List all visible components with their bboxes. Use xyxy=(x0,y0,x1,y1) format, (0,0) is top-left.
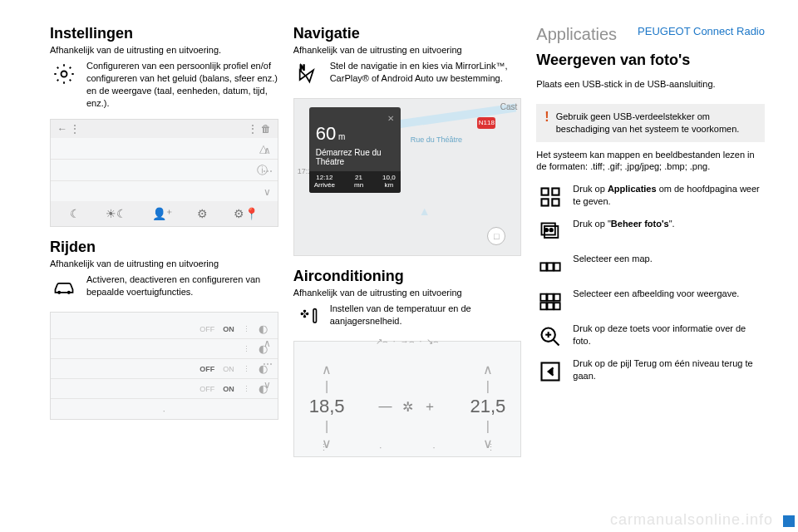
fan-thermo-icon xyxy=(293,303,322,331)
driving-desc: Activeren, deactiveren en configureren v… xyxy=(86,273,278,298)
step-photo-info: Druk op deze toets voor informatie over … xyxy=(573,323,765,347)
magnify-info-icon xyxy=(536,323,564,351)
svg-rect-8 xyxy=(553,200,559,206)
nav-subtitle: Afhankelijk van de uitrusting en uitvoer… xyxy=(293,45,522,55)
folder-row-icon xyxy=(536,253,564,281)
settings-panel: ← ⋮⋮ 🗑 △ ⓘ ∧⋯∨ ☾ ☀☾ 👤⁺ ⚙ ⚙📍 xyxy=(50,119,278,227)
svg-rect-5 xyxy=(542,189,549,195)
svg-rect-17 xyxy=(548,294,554,301)
ac-panel: ↗⌢·→⌢·↘⌢ ∧|18,5|∨ —✲＋ ∧|21,5|∨ ⋮··⋮ xyxy=(293,341,522,457)
user-add-icon: 👤⁺ xyxy=(152,207,172,220)
svg-point-11 xyxy=(545,229,549,232)
ac-desc: Instellen van de temperatuur en de aanja… xyxy=(330,303,522,328)
car-icon xyxy=(50,273,78,302)
ac-temp-left: 18,5 xyxy=(309,396,345,417)
nav-road-label: Rue du Théâtre xyxy=(411,135,462,144)
gear-icon xyxy=(50,60,78,88)
svg-rect-19 xyxy=(541,303,547,309)
step-select-folder: Selecteer een map. xyxy=(573,253,652,265)
svg-rect-16 xyxy=(541,294,547,301)
photos-stack-icon xyxy=(536,218,564,246)
heading-photos: Weergeven van foto's xyxy=(536,52,765,69)
page: Instellingen Afhankelijk van de uitrusti… xyxy=(0,0,798,532)
column-settings-driving: Instellingen Afhankelijk van de uitrusti… xyxy=(50,25,278,532)
svg-rect-7 xyxy=(542,200,549,206)
svg-rect-13 xyxy=(541,264,547,271)
svg-rect-14 xyxy=(548,264,554,271)
step-select-image: Selecteer een afbeelding voor weergave. xyxy=(573,288,739,300)
step-apps: Druk op Applicaties om de hoofdpagina we… xyxy=(573,183,765,208)
nav-road-pin: N118 xyxy=(477,117,495,129)
column-nav-ac: Navigatie Afhankelijk van de uitrusting … xyxy=(293,25,522,532)
location-gear-icon: ⚙📍 xyxy=(234,207,259,220)
nav-cast-label: Cast xyxy=(500,102,518,111)
nav-panel: Rue du Théâtre N118 17:10 ▲ □ Cast ✕ 60 … xyxy=(293,98,522,256)
heading-driving: Rijden xyxy=(50,239,278,256)
image-grid-icon xyxy=(536,288,564,316)
ac-temp-right: 21,5 xyxy=(470,396,506,417)
compass-arrow-icon: N xyxy=(293,60,322,88)
nav-desc: Stel de navigatie in en kies via MirrorL… xyxy=(330,60,522,85)
driving-panel: OFFON⋮◐ ⋮◐ OFFON⋮◐ OFFON⋮◐ ∧⋯∨ · xyxy=(50,312,278,420)
heading-settings: Instellingen xyxy=(50,25,278,42)
svg-rect-20 xyxy=(548,303,554,309)
svg-point-12 xyxy=(550,229,554,232)
heading-ac: Airconditioning xyxy=(293,268,522,285)
driving-subtitle: Afhankelijk van de uitrusting en uitvoer… xyxy=(50,259,278,268)
warning-icon: ! xyxy=(544,111,549,124)
svg-rect-15 xyxy=(554,264,560,271)
moon-icon: ☾ xyxy=(70,207,81,220)
warning-text: Gebruik geen USB-verdeelstekker om besch… xyxy=(556,111,756,135)
svg-line-23 xyxy=(554,340,559,346)
nav-arrow-icon: ▲ xyxy=(419,204,431,218)
column-apps: Applicaties Weergeven van foto's Plaats … xyxy=(536,25,765,532)
apps-grid-icon xyxy=(536,183,564,211)
ac-subtitle: Afhankelijk van de uitrusting en uitvoer… xyxy=(293,288,522,298)
settings-desc: Configureren van een persoonlijk profiel… xyxy=(86,60,278,109)
warning-box: ! Gebruik geen USB-verdeelstekker om bes… xyxy=(536,104,765,142)
formats-text: Het systeem kan mappen en beeldbestanden… xyxy=(536,149,765,174)
svg-rect-18 xyxy=(554,294,560,301)
nav-instruction-card: ✕ 60 m Démarrez Rue du Théatre 12:12Arri… xyxy=(309,107,401,193)
breadcrumb: PEUGEOT Connect Radio xyxy=(638,25,765,37)
back-arrow-icon xyxy=(536,357,564,386)
step-back: Druk op de pijl Terug om één niveau teru… xyxy=(573,357,765,382)
svg-rect-6 xyxy=(553,189,559,195)
menu-trash-icon: ⋮ 🗑 xyxy=(248,123,270,135)
brightness-moon-icon: ☀☾ xyxy=(106,207,127,220)
svg-rect-4 xyxy=(313,309,317,323)
nav-stop-icon: □ xyxy=(487,227,505,245)
gear-small-icon: ⚙ xyxy=(197,207,208,220)
heading-nav: Navigatie xyxy=(293,25,522,42)
svg-point-0 xyxy=(62,71,67,77)
usb-instruction: Plaats een USB-stick in de USB-aansluiti… xyxy=(536,78,765,91)
settings-bottombar: ☾ ☀☾ 👤⁺ ⚙ ⚙📍 xyxy=(51,201,278,226)
step-manage-photos: Druk op "Beheer foto's". xyxy=(573,218,674,230)
svg-rect-21 xyxy=(554,303,560,309)
fan-icon: ✲ xyxy=(402,399,413,415)
watermark: carmanualsonline.info xyxy=(610,511,773,529)
back-icon: ← ⋮ xyxy=(57,123,80,135)
page-corner xyxy=(783,515,795,527)
settings-subtitle: Afhankelijk van de uitrusting en uitvoer… xyxy=(50,45,278,55)
